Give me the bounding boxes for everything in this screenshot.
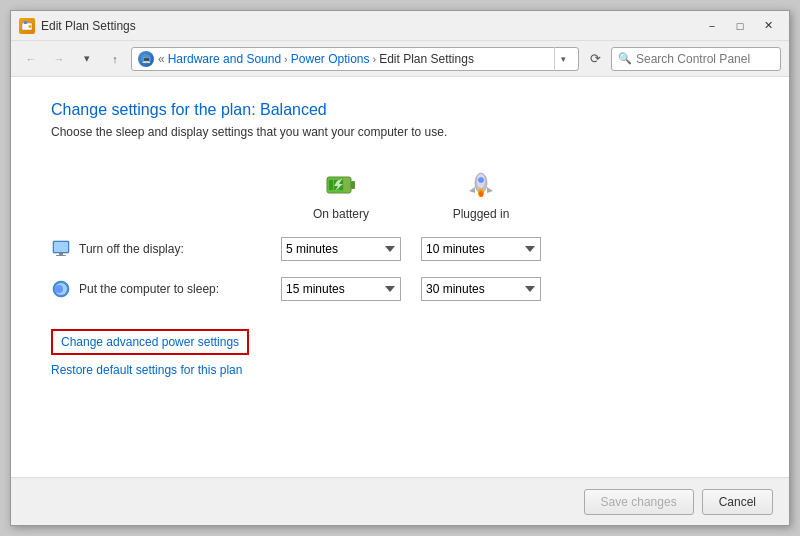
svg-rect-8 — [329, 180, 333, 190]
breadcrumb-sep-1: › — [284, 53, 288, 65]
window-title: Edit Plan Settings — [41, 19, 136, 33]
main-content: Change settings for the plan: Balanced C… — [11, 77, 789, 477]
breadcrumb-current: Edit Plan Settings — [379, 52, 474, 66]
close-button[interactable]: ✕ — [755, 16, 781, 36]
title-bar: Edit Plan Settings − □ ✕ — [11, 11, 789, 41]
svg-point-15 — [479, 178, 484, 183]
sleep-label-text: Put the computer to sleep: — [79, 282, 219, 296]
back-button[interactable]: ← — [19, 47, 43, 71]
maximize-button[interactable]: □ — [727, 16, 753, 36]
minimize-button[interactable]: − — [699, 16, 725, 36]
plan-subtitle: Choose the sleep and display settings th… — [51, 125, 749, 139]
address-dropdown-button[interactable]: ▾ — [554, 47, 572, 71]
nav-bar: ← → ▾ ↑ 💻 « Hardware and Sound › Power O… — [11, 41, 789, 77]
save-changes-button[interactable]: Save changes — [584, 489, 694, 515]
breadcrumb-hardware-sound[interactable]: Hardware and Sound — [168, 52, 281, 66]
sleep-plugged-dropdown-wrap: 1 minute2 minutes3 minutes5 minutes10 mi… — [411, 277, 551, 301]
sleep-setting-label: Put the computer to sleep: — [51, 279, 271, 299]
svg-rect-19 — [56, 255, 66, 256]
display-label-text: Turn off the display: — [79, 242, 184, 256]
display-battery-dropdown-wrap: 1 minute2 minutes3 minutes5 minutes10 mi… — [271, 237, 411, 261]
forward-button[interactable]: → — [47, 47, 71, 71]
battery-column-label: On battery — [313, 207, 369, 221]
recent-pages-button[interactable]: ▾ — [75, 47, 99, 71]
window-icon — [19, 18, 35, 34]
display-battery-dropdown[interactable]: 1 minute2 minutes3 minutes5 minutes10 mi… — [281, 237, 401, 261]
title-bar-left: Edit Plan Settings — [19, 18, 136, 34]
svg-rect-6 — [351, 181, 355, 189]
search-icon: 🔍 — [618, 52, 632, 65]
main-window: Edit Plan Settings − □ ✕ ← → ▾ ↑ 💻 « Har… — [10, 10, 790, 526]
monitor-icon — [51, 239, 71, 259]
plan-title: Change settings for the plan: Balanced — [51, 101, 749, 119]
breadcrumb-sep-2: › — [372, 53, 376, 65]
sleep-battery-dropdown-wrap: 1 minute2 minutes3 minutes5 minutes10 mi… — [271, 277, 411, 301]
plugged-column-label: Plugged in — [453, 207, 510, 221]
battery-icon — [323, 167, 359, 203]
sleep-battery-dropdown[interactable]: 1 minute2 minutes3 minutes5 minutes10 mi… — [281, 277, 401, 301]
display-setting-label: Turn off the display: — [51, 239, 271, 259]
svg-point-2 — [29, 25, 32, 28]
sleep-icon — [51, 279, 71, 299]
address-bar: 💻 « Hardware and Sound › Power Options ›… — [131, 47, 579, 71]
breadcrumb-back-icon: « — [158, 52, 165, 66]
bottom-bar: Save changes Cancel — [11, 477, 789, 525]
settings-grid: On battery Plugged in — [51, 167, 749, 301]
breadcrumb-power-options[interactable]: Power Options — [291, 52, 370, 66]
up-button[interactable]: ↑ — [103, 47, 127, 71]
svg-text:💻: 💻 — [142, 55, 151, 64]
search-input[interactable] — [636, 52, 774, 66]
svg-point-14 — [479, 191, 483, 197]
link-section: Change advanced power settings Restore d… — [51, 329, 749, 377]
restore-defaults-link[interactable]: Restore default settings for this plan — [51, 363, 749, 377]
svg-rect-18 — [59, 253, 63, 255]
advanced-power-settings-link[interactable]: Change advanced power settings — [51, 329, 249, 355]
breadcrumb: « Hardware and Sound › Power Options › E… — [158, 52, 474, 66]
display-plugged-dropdown[interactable]: 1 minute2 minutes3 minutes5 minutes10 mi… — [421, 237, 541, 261]
title-bar-controls: − □ ✕ — [699, 16, 781, 36]
search-box: 🔍 — [611, 47, 781, 71]
plug-icon — [463, 167, 499, 203]
svg-rect-1 — [24, 21, 27, 24]
cancel-button[interactable]: Cancel — [702, 489, 773, 515]
address-icon: 💻 — [138, 51, 154, 67]
plugged-column-header: Plugged in — [411, 167, 551, 221]
display-plugged-dropdown-wrap: 1 minute2 minutes3 minutes5 minutes10 mi… — [411, 237, 551, 261]
sleep-plugged-dropdown[interactable]: 1 minute2 minutes3 minutes5 minutes10 mi… — [421, 277, 541, 301]
refresh-button[interactable]: ⟳ — [583, 47, 607, 71]
battery-column-header: On battery — [271, 167, 411, 221]
svg-point-22 — [55, 285, 63, 293]
svg-rect-17 — [54, 242, 68, 252]
